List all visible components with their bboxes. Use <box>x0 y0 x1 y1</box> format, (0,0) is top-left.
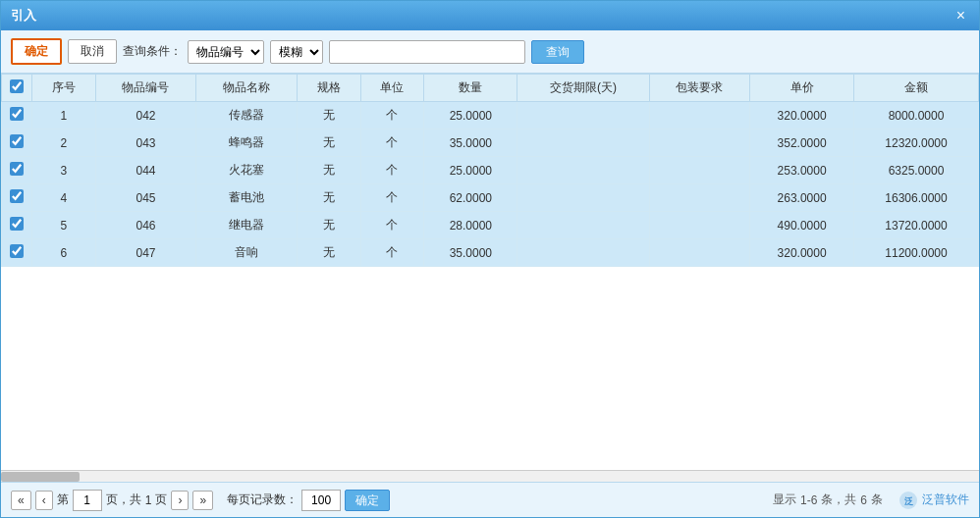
row-cell: 无 <box>297 239 360 267</box>
confirm-button[interactable]: 确定 <box>11 38 62 65</box>
row-cell: 蓄电池 <box>196 184 298 212</box>
row-cell: 个 <box>360 212 424 239</box>
table-area: 序号 物品编号 物品名称 规格 单位 数量 交货期限(天) 包装要求 单价 金额… <box>1 74 979 470</box>
row-cell: 045 <box>95 184 196 212</box>
row-cell: 25.0000 <box>424 102 517 130</box>
horizontal-scrollbar[interactable] <box>1 470 979 482</box>
table-header-row: 序号 物品编号 物品名称 规格 单位 数量 交货期限(天) 包装要求 单价 金额 <box>2 75 979 102</box>
row-cell: 5 <box>32 212 96 239</box>
row-cell: 13720.0000 <box>854 212 979 239</box>
brand-name: 泛普软件 <box>922 492 969 508</box>
table-row: 5046继电器无个28.0000490.000013720.0000 <box>2 212 979 239</box>
pagination: « ‹ 第 页，共 1 页 › » 每页记录数： 确定 <box>11 490 390 511</box>
row-cell: 046 <box>95 212 196 239</box>
row-cell: 火花塞 <box>196 157 298 184</box>
row-cell: 蜂鸣器 <box>196 130 298 157</box>
scrollbar-thumb <box>1 472 80 482</box>
row-checkbox[interactable] <box>10 244 24 258</box>
row-cell: 8000.0000 <box>854 102 979 130</box>
row-cell: 352.0000 <box>750 130 854 157</box>
dialog-container: 引入 × 确定 取消 查询条件： 物品编号 物品名称 规格 模糊 精确 查询 <box>0 0 980 518</box>
row-checkbox[interactable] <box>10 189 24 203</box>
row-cell <box>649 130 750 157</box>
last-page-button[interactable]: » <box>192 491 213 510</box>
table-row: 3044火花塞无个25.0000253.00006325.0000 <box>2 157 979 184</box>
row-cell: 个 <box>360 157 424 184</box>
row-cell: 音响 <box>196 239 298 267</box>
page-confirm-button[interactable]: 确定 <box>345 490 390 511</box>
prev-page-button[interactable]: ‹ <box>35 491 53 510</box>
row-cell: 继电器 <box>196 212 298 239</box>
field-select[interactable]: 物品编号 物品名称 规格 <box>188 40 264 64</box>
table-row: 6047音响无个35.0000320.000011200.0000 <box>2 239 979 267</box>
row-cell <box>517 239 649 267</box>
match-select[interactable]: 模糊 精确 <box>270 40 323 64</box>
close-button[interactable]: × <box>953 8 969 24</box>
display-label: 显示 <box>773 492 796 508</box>
row-checkbox-cell[interactable] <box>2 184 32 212</box>
next-page-button[interactable]: › <box>171 491 189 510</box>
search-input[interactable] <box>329 40 525 64</box>
brand-icon: 泛 <box>898 491 918 510</box>
row-cell <box>649 212 750 239</box>
display-suffix: 条，共 <box>821 492 856 508</box>
row-checkbox-cell[interactable] <box>2 102 32 130</box>
row-cell <box>517 212 649 239</box>
header-price: 单价 <box>750 75 854 102</box>
select-all-checkbox[interactable] <box>10 79 24 93</box>
row-cell <box>517 130 649 157</box>
row-cell: 25.0000 <box>424 157 517 184</box>
brand-logo: 泛 泛普软件 <box>898 491 969 510</box>
status-bar: « ‹ 第 页，共 1 页 › » 每页记录数： 确定 显示 1-6 条，共 6… <box>1 482 979 517</box>
row-cell: 047 <box>95 239 196 267</box>
row-cell: 个 <box>360 184 424 212</box>
row-cell: 无 <box>297 184 360 212</box>
first-page-button[interactable]: « <box>11 491 31 510</box>
query-condition-label: 查询条件： <box>123 43 182 60</box>
search-button[interactable]: 查询 <box>531 40 584 64</box>
row-cell: 11200.0000 <box>854 239 979 267</box>
total-pages-prefix: 页，共 <box>106 492 141 508</box>
row-checkbox[interactable] <box>10 134 24 148</box>
table-row: 4045蓄电池无个62.0000263.000016306.0000 <box>2 184 979 212</box>
row-cell: 3 <box>32 157 96 184</box>
row-cell: 无 <box>297 212 360 239</box>
row-cell: 490.0000 <box>750 212 854 239</box>
row-cell: 253.0000 <box>750 157 854 184</box>
header-code: 物品编号 <box>95 75 196 102</box>
row-cell: 无 <box>297 102 360 130</box>
row-checkbox-cell[interactable] <box>2 239 32 267</box>
row-cell: 1 <box>32 102 96 130</box>
row-cell: 个 <box>360 130 424 157</box>
row-checkbox[interactable] <box>10 162 24 176</box>
row-cell: 传感器 <box>196 102 298 130</box>
row-checkbox-cell[interactable] <box>2 212 32 239</box>
row-cell <box>649 239 750 267</box>
row-cell: 042 <box>95 102 196 130</box>
header-unit: 单位 <box>360 75 424 102</box>
row-cell: 6 <box>32 239 96 267</box>
row-cell: 043 <box>95 130 196 157</box>
cancel-button[interactable]: 取消 <box>68 39 117 64</box>
row-cell <box>517 102 649 130</box>
row-checkbox[interactable] <box>10 217 24 231</box>
total-pages-value: 1 <box>145 493 152 507</box>
row-cell <box>649 102 750 130</box>
row-checkbox-cell[interactable] <box>2 130 32 157</box>
row-cell: 62.0000 <box>424 184 517 212</box>
row-cell: 4 <box>32 184 96 212</box>
row-cell <box>649 184 750 212</box>
records-label: 每页记录数： <box>227 492 298 508</box>
page-prefix-label: 第 <box>57 492 69 508</box>
svg-text:泛: 泛 <box>904 496 914 506</box>
header-name: 物品名称 <box>196 75 298 102</box>
header-amount: 金额 <box>854 75 979 102</box>
total-count: 6 <box>860 493 867 507</box>
records-per-page-input[interactable] <box>301 490 341 511</box>
row-cell: 2 <box>32 130 96 157</box>
page-number-input[interactable] <box>73 490 102 511</box>
data-table: 序号 物品编号 物品名称 规格 单位 数量 交货期限(天) 包装要求 单价 金额… <box>1 74 979 267</box>
row-checkbox[interactable] <box>10 107 24 121</box>
row-checkbox-cell[interactable] <box>2 157 32 184</box>
row-cell <box>517 157 649 184</box>
